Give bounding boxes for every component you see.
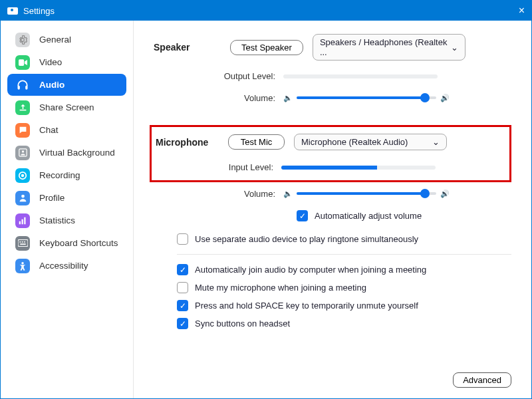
volume-high-icon: 🔊 xyxy=(440,190,450,198)
svg-rect-9 xyxy=(19,221,21,224)
svg-rect-2 xyxy=(25,85,27,89)
sidebar-item-chat[interactable]: Chat xyxy=(7,119,126,141)
app-icon xyxy=(7,7,18,15)
chevron-down-icon: ⌄ xyxy=(451,43,458,53)
svg-rect-3 xyxy=(19,110,26,111)
sidebar-item-keyboard-shortcuts[interactable]: Keyboard Shortcuts xyxy=(7,232,126,254)
svg-rect-10 xyxy=(22,219,23,224)
mute-on-join-label: Mute my microphone when joining a meetin… xyxy=(195,283,366,293)
sidebar-item-label: Recording xyxy=(39,170,80,180)
profile-icon xyxy=(15,191,30,205)
sidebar-item-audio[interactable]: Audio xyxy=(7,74,126,96)
svg-rect-1 xyxy=(18,85,20,89)
svg-rect-11 xyxy=(24,217,25,224)
sidebar-item-profile[interactable]: Profile xyxy=(7,187,126,209)
svg-rect-13 xyxy=(19,241,21,243)
svg-rect-12 xyxy=(18,240,28,247)
separate-ringtone-checkbox[interactable] xyxy=(177,233,188,245)
mic-volume-slider[interactable] xyxy=(297,188,436,200)
svg-rect-14 xyxy=(21,241,23,243)
sidebar-item-label: Keyboard Shortcuts xyxy=(39,238,118,248)
speaker-volume-label: Volume: xyxy=(154,93,283,103)
volume-high-icon: 🔊 xyxy=(440,94,450,102)
svg-rect-15 xyxy=(24,241,25,243)
microphone-heading: Microphone xyxy=(152,137,228,148)
gear-icon xyxy=(15,33,30,47)
test-speaker-button[interactable]: Test Speaker xyxy=(230,40,303,55)
svg-point-8 xyxy=(21,195,25,198)
sidebar-item-virtual-background[interactable]: Virtual Background xyxy=(7,142,126,164)
volume-low-icon: 🔈 xyxy=(283,190,293,198)
sidebar-item-label: Accessibility xyxy=(39,261,88,271)
close-icon[interactable]: × xyxy=(519,5,525,17)
svg-rect-0 xyxy=(19,59,24,66)
space-unmute-checkbox[interactable]: ✓ xyxy=(177,300,188,311)
svg-point-17 xyxy=(21,261,24,264)
sidebar-item-label: Profile xyxy=(39,193,65,203)
speaker-heading: Speaker xyxy=(154,42,230,53)
sidebar-item-label: General xyxy=(39,35,71,45)
auto-join-label: Automatically join audio by computer whe… xyxy=(195,265,426,275)
chat-icon xyxy=(15,123,30,138)
speaker-volume-slider[interactable] xyxy=(297,92,436,104)
virtual-bg-icon xyxy=(15,146,30,160)
keyboard-icon xyxy=(15,236,30,251)
volume-low-icon: 🔈 xyxy=(283,94,293,102)
sidebar-item-label: Share Screen xyxy=(39,102,94,112)
sidebar-item-label: Audio xyxy=(39,80,65,90)
separate-ringtone-label: Use separate audio device to play ringto… xyxy=(195,234,418,244)
chevron-down-icon: ⌄ xyxy=(432,137,440,147)
sidebar-item-general[interactable]: General xyxy=(7,29,126,51)
advanced-button[interactable]: Advanced xyxy=(453,372,511,388)
window-title: Settings xyxy=(23,6,55,16)
share-icon xyxy=(15,100,30,115)
speaker-device-value: Speakers / Headphones (Realtek ... xyxy=(320,37,451,57)
test-mic-button[interactable]: Test Mic xyxy=(228,134,285,150)
sidebar-item-label: Chat xyxy=(39,125,59,135)
output-level-meter xyxy=(283,74,438,78)
svg-point-7 xyxy=(21,174,24,176)
mic-device-value: Microphone (Realtek Audio) xyxy=(301,137,408,147)
speaker-section: Speaker Test Speaker Speakers / Headphon… xyxy=(154,34,511,118)
mute-on-join-checkbox[interactable] xyxy=(177,282,188,293)
headphones-icon xyxy=(15,78,30,92)
speaker-device-select[interactable]: Speakers / Headphones (Realtek ... ⌄ xyxy=(313,34,466,61)
space-unmute-label: Press and hold SPACE key to temporarily … xyxy=(195,301,418,311)
accessibility-icon xyxy=(15,259,30,273)
svg-rect-16 xyxy=(20,243,25,245)
sidebar-item-statistics[interactable]: Statistics xyxy=(7,209,126,231)
sidebar-item-video[interactable]: Video xyxy=(7,51,126,73)
sidebar-item-label: Virtual Background xyxy=(39,148,115,158)
mic-volume-label: Volume: xyxy=(154,189,283,199)
titlebar: Settings × xyxy=(1,1,531,21)
sync-headset-checkbox[interactable]: ✓ xyxy=(177,318,188,329)
video-icon xyxy=(15,55,30,70)
settings-sidebar: GeneralVideoAudioShare ScreenChatVirtual… xyxy=(1,21,134,398)
sidebar-item-share-screen[interactable]: Share Screen xyxy=(7,96,126,118)
settings-content: Speaker Test Speaker Speakers / Headphon… xyxy=(134,21,531,398)
microphone-highlight: Microphone Test Mic Microphone (Realtek … xyxy=(150,125,511,182)
auto-join-checkbox[interactable]: ✓ xyxy=(177,264,188,275)
separator xyxy=(177,254,511,255)
output-level-label: Output Level: xyxy=(154,71,283,81)
sidebar-item-label: Statistics xyxy=(39,215,75,225)
auto-adjust-checkbox[interactable]: ✓ xyxy=(297,210,308,221)
auto-adjust-label: Automatically adjust volume xyxy=(315,211,422,221)
sync-headset-label: Sync buttons on headset xyxy=(195,319,290,329)
recording-icon xyxy=(15,168,30,183)
svg-point-5 xyxy=(21,150,23,152)
input-level-meter xyxy=(281,166,436,170)
input-level-label: Input Level: xyxy=(152,162,281,172)
sidebar-item-accessibility[interactable]: Accessibility xyxy=(7,255,126,277)
sidebar-item-recording[interactable]: Recording xyxy=(7,164,126,186)
mic-device-select[interactable]: Microphone (Realtek Audio) ⌄ xyxy=(294,134,447,150)
sidebar-item-label: Video xyxy=(39,57,62,67)
statistics-icon xyxy=(15,213,30,228)
